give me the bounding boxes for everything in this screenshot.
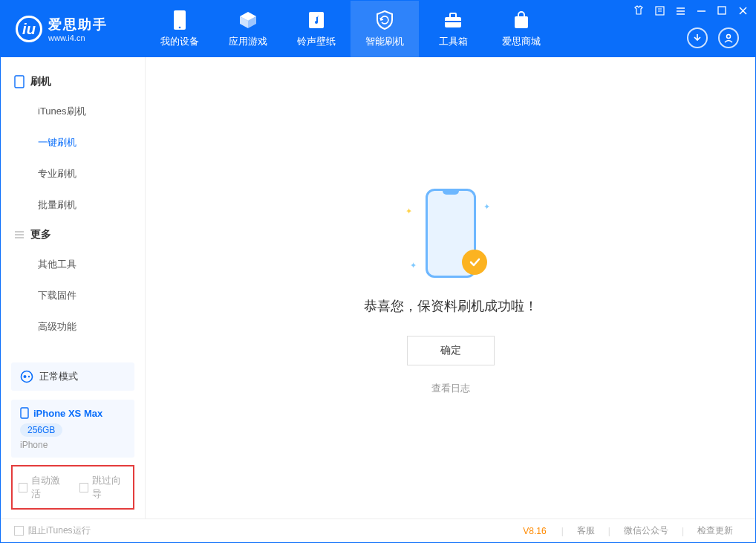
- checkbox-skip-guide[interactable]: 跳过向导: [79, 474, 127, 501]
- device-box[interactable]: iPhone XS Max 256GB iPhone: [11, 400, 134, 458]
- logo-text: 爱思助手 www.i4.cn: [48, 16, 108, 42]
- device-type: iPhone: [20, 440, 126, 450]
- body-area: 刷机 iTunes刷机 一键刷机 专业刷机 批量刷机 更多 其他工具 下载固件 …: [1, 57, 755, 518]
- statusbar-link-support[interactable]: 客服: [568, 524, 604, 537]
- tab-toolbox[interactable]: 工具箱: [419, 1, 487, 57]
- section-title-label: 刷机: [30, 75, 51, 88]
- tab-my-device[interactable]: 我的设备: [146, 1, 214, 57]
- tab-label: 智能刷机: [365, 35, 404, 48]
- device-name-row: iPhone XS Max: [20, 407, 126, 419]
- sparkle-icon: ✦: [483, 202, 490, 212]
- checkbox-label: 跳过向导: [92, 474, 127, 501]
- checkbox-icon: [14, 526, 24, 536]
- tab-store[interactable]: 爱思商城: [487, 1, 555, 57]
- checkbox-icon: [19, 483, 27, 492]
- bag-icon: [511, 10, 532, 30]
- statusbar-link-update[interactable]: 检查更新: [688, 524, 742, 537]
- sidebar-item-oneclick-flash[interactable]: 一键刷机: [1, 127, 145, 158]
- svg-rect-5: [445, 21, 461, 22]
- svg-point-17: [727, 35, 731, 39]
- header-right-icons: [687, 27, 739, 48]
- sidebar-item-advanced[interactable]: 高级功能: [1, 311, 145, 342]
- tab-label: 应用游戏: [229, 35, 267, 48]
- success-illustration: ✦ ✦ ✦: [395, 181, 506, 285]
- window-controls: [633, 5, 748, 16]
- tab-label: 爱思商城: [502, 35, 541, 48]
- checkbox-label: 阻止iTunes运行: [28, 524, 91, 537]
- checkbox-block-itunes[interactable]: 阻止iTunes运行: [14, 524, 91, 537]
- sidebar-item-download-firmware[interactable]: 下载固件: [1, 280, 145, 311]
- device-capacity-badge: 256GB: [20, 423, 62, 437]
- mode-label: 正常模式: [39, 370, 78, 383]
- minimize-icon[interactable]: [696, 5, 706, 16]
- svg-rect-25: [21, 408, 28, 418]
- sidebar-item-pro-flash[interactable]: 专业刷机: [1, 158, 145, 189]
- sidebar-item-other-tools[interactable]: 其他工具: [1, 249, 145, 280]
- toolbox-icon: [443, 10, 463, 30]
- user-icon[interactable]: [718, 27, 739, 48]
- section-title-label: 更多: [30, 228, 51, 241]
- svg-point-1: [179, 27, 181, 29]
- note-icon[interactable]: [654, 5, 665, 16]
- sidebar-section-title: 刷机: [1, 68, 145, 96]
- svg-rect-4: [450, 13, 456, 18]
- device-icon: [14, 75, 25, 88]
- sidebar: 刷机 iTunes刷机 一键刷机 专业刷机 批量刷机 更多 其他工具 下载固件 …: [1, 57, 146, 518]
- sidebar-item-itunes-flash[interactable]: iTunes刷机: [1, 96, 145, 127]
- tab-smart-flash[interactable]: 智能刷机: [351, 1, 419, 57]
- statusbar: 阻止iTunes运行 V8.16 | 客服 | 微信公众号 | 检查更新: [1, 518, 755, 542]
- app-window: iu 爱思助手 www.i4.cn 我的设备 应用游戏: [0, 0, 756, 543]
- tab-apps-games[interactable]: 应用游戏: [214, 1, 282, 57]
- device-name: iPhone XS Max: [33, 408, 102, 419]
- svg-point-22: [22, 371, 33, 383]
- svg-rect-6: [515, 16, 528, 28]
- phone-small-icon: [20, 407, 29, 419]
- confirm-button[interactable]: 确定: [407, 336, 495, 365]
- sparkle-icon: ✦: [405, 207, 412, 216]
- tab-ringtones-wallpapers[interactable]: 铃声壁纸: [282, 1, 351, 57]
- svg-point-24: [28, 376, 30, 377]
- sidebar-item-batch-flash[interactable]: 批量刷机: [1, 189, 145, 221]
- bottom-checks-highlighted: 自动激活 跳过向导: [11, 465, 134, 510]
- phone-icon: [169, 10, 190, 30]
- tab-label: 铃声壁纸: [297, 35, 336, 48]
- tab-label: 我的设备: [160, 35, 199, 48]
- statusbar-link-wechat[interactable]: 微信公众号: [615, 524, 677, 537]
- sparkle-icon: ✦: [410, 261, 417, 270]
- svg-rect-18: [15, 76, 24, 88]
- tab-label: 工具箱: [439, 35, 468, 48]
- view-log-link[interactable]: 查看日志: [431, 382, 470, 395]
- checkbox-label: 自动激活: [31, 474, 66, 501]
- main-content: ✦ ✦ ✦ 恭喜您，保资料刷机成功啦！ 确定 查看日志: [146, 57, 755, 518]
- music-note-icon: [306, 10, 327, 30]
- download-icon[interactable]: [687, 27, 708, 48]
- svg-rect-14: [718, 7, 726, 14]
- mode-box[interactable]: 正常模式: [11, 362, 134, 391]
- version-label: V8.16: [523, 526, 546, 536]
- shield-refresh-icon: [374, 10, 395, 30]
- checkbox-auto-activate[interactable]: 自动激活: [19, 474, 66, 501]
- menu-icon[interactable]: [675, 5, 685, 16]
- mode-icon: [20, 370, 33, 383]
- logo-area: iu 爱思助手 www.i4.cn: [1, 1, 146, 57]
- sidebar-section-flash: 刷机 iTunes刷机 一键刷机 专业刷机 批量刷机: [1, 68, 145, 221]
- success-message: 恭喜您，保资料刷机成功啦！: [364, 297, 538, 315]
- sidebar-section-title: 更多: [1, 221, 145, 249]
- app-title: 爱思助手: [48, 16, 108, 33]
- titlebar: iu 爱思助手 www.i4.cn 我的设备 应用游戏: [1, 1, 755, 57]
- list-icon: [14, 230, 25, 240]
- sidebar-section-more: 更多 其他工具 下载固件 高级功能: [1, 221, 145, 342]
- checkbox-icon: [79, 483, 88, 492]
- tshirt-icon[interactable]: [633, 5, 644, 16]
- close-icon[interactable]: [737, 5, 748, 16]
- svg-point-23: [24, 375, 27, 378]
- cube-icon: [238, 10, 258, 30]
- maximize-icon[interactable]: [717, 5, 727, 16]
- app-logo-icon: iu: [16, 16, 42, 42]
- app-subtitle: www.i4.cn: [48, 33, 108, 42]
- checkmark-badge-icon: [462, 250, 487, 275]
